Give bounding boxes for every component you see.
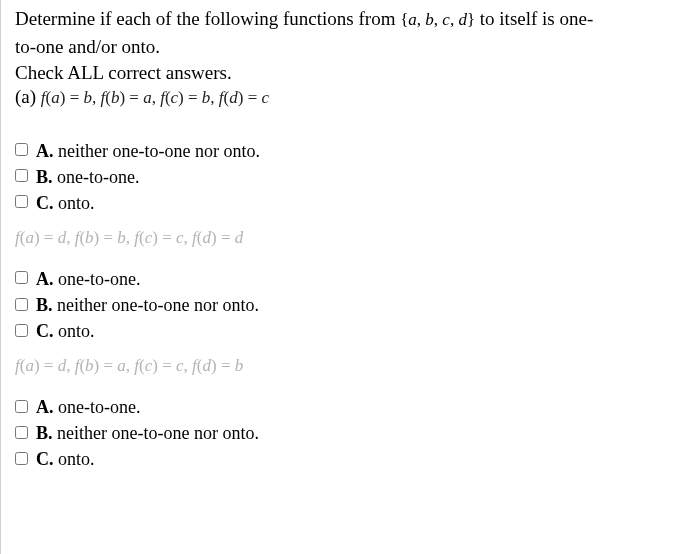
q1-option-A[interactable]: A. neither one-to-one nor onto. bbox=[15, 138, 690, 164]
part-a-formula: f(a) = b, f(b) = a, f(c) = b, f(d) = c bbox=[41, 88, 269, 107]
q2-checkbox-C[interactable] bbox=[15, 324, 28, 337]
q3-letter-C: C. bbox=[36, 449, 54, 469]
q3-letter-A: A. bbox=[36, 397, 54, 417]
q1-text-C: onto. bbox=[58, 193, 95, 213]
part-b-formula: f(a) = d, f(b) = b, f(c) = c, f(d) = d bbox=[15, 228, 690, 248]
q1-checkbox-A[interactable] bbox=[15, 143, 28, 156]
q1-checkbox-C[interactable] bbox=[15, 195, 28, 208]
instruction-text-line2: to-one and/or onto. bbox=[15, 34, 690, 60]
q1-option-B[interactable]: B. one-to-one. bbox=[15, 164, 690, 190]
q3-text-A: one-to-one. bbox=[58, 397, 140, 417]
q2-checkbox-A[interactable] bbox=[15, 271, 28, 284]
q2-checkbox-B[interactable] bbox=[15, 298, 28, 311]
q3-options: A. one-to-one. B. neither one-to-one nor… bbox=[15, 394, 690, 472]
check-all-text: Check ALL correct answers. bbox=[15, 62, 690, 84]
q2-options: A. one-to-one. B. neither one-to-one nor… bbox=[15, 266, 690, 344]
instruction-text: Determine if each of the following funct… bbox=[15, 6, 690, 32]
q1-checkbox-B[interactable] bbox=[15, 169, 28, 182]
q3-checkbox-C[interactable] bbox=[15, 452, 28, 465]
q1-text-A: neither one-to-one nor onto. bbox=[58, 141, 260, 161]
q1-option-C[interactable]: C. onto. bbox=[15, 190, 690, 216]
q2-option-C[interactable]: C. onto. bbox=[15, 318, 690, 344]
q3-text-B: neither one-to-one nor onto. bbox=[57, 423, 259, 443]
q3-option-A[interactable]: A. one-to-one. bbox=[15, 394, 690, 420]
q3-letter-B: B. bbox=[36, 423, 53, 443]
part-a-label: (a) bbox=[15, 86, 41, 107]
part-a-block: (a) f(a) = b, f(b) = a, f(c) = b, f(d) =… bbox=[15, 86, 690, 108]
q1-options: A. neither one-to-one nor onto. B. one-t… bbox=[15, 138, 690, 216]
q2-letter-A: A. bbox=[36, 269, 54, 289]
q2-text-A: one-to-one. bbox=[58, 269, 140, 289]
q3-checkbox-B[interactable] bbox=[15, 426, 28, 439]
q3-option-C[interactable]: C. onto. bbox=[15, 446, 690, 472]
q2-option-B[interactable]: B. neither one-to-one nor onto. bbox=[15, 292, 690, 318]
q1-letter-C: C. bbox=[36, 193, 54, 213]
q2-text-B: neither one-to-one nor onto. bbox=[57, 295, 259, 315]
q3-option-B[interactable]: B. neither one-to-one nor onto. bbox=[15, 420, 690, 446]
q1-text-B: one-to-one. bbox=[57, 167, 139, 187]
part-c-formula: f(a) = d, f(b) = a, f(c) = c, f(d) = b bbox=[15, 356, 690, 376]
intro-part1: Determine if each of the following funct… bbox=[15, 8, 400, 29]
q3-text-C: onto. bbox=[58, 449, 95, 469]
q1-letter-A: A. bbox=[36, 141, 54, 161]
intro-part1b: to itself is one- bbox=[475, 8, 593, 29]
q2-letter-C: C. bbox=[36, 321, 54, 341]
q2-text-C: onto. bbox=[58, 321, 95, 341]
q1-letter-B: B. bbox=[36, 167, 53, 187]
q2-option-A[interactable]: A. one-to-one. bbox=[15, 266, 690, 292]
q3-checkbox-A[interactable] bbox=[15, 400, 28, 413]
intro-set: {a, b, c, d} bbox=[400, 10, 475, 29]
q2-letter-B: B. bbox=[36, 295, 53, 315]
